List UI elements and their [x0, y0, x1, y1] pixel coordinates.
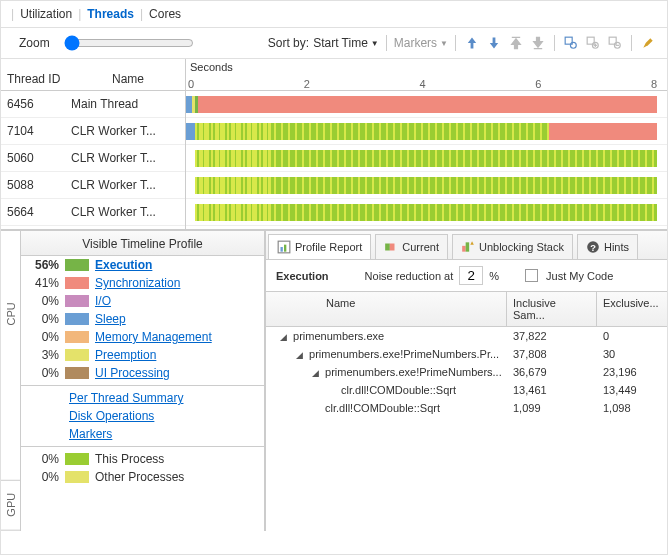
move-bottom-icon[interactable]	[529, 34, 547, 52]
move-up-icon[interactable]	[463, 34, 481, 52]
tab-utilization[interactable]: Utilization	[20, 7, 72, 21]
row-inclusive: 37,822	[507, 330, 597, 342]
grid-row[interactable]: ◢ primenumbers.exe!PrimeNumbers...36,679…	[266, 363, 667, 381]
pct-label: %	[489, 270, 499, 282]
tab-cores[interactable]: Cores	[149, 7, 181, 21]
thread-list-header: Thread ID Name	[1, 59, 185, 91]
divider: |	[78, 7, 81, 21]
thread-row[interactable]: 7104CLR Worker T...	[1, 118, 185, 145]
tab-profile-report[interactable]: Profile Report	[268, 234, 371, 259]
zoom-in-icon[interactable]	[584, 34, 602, 52]
svg-rect-10	[281, 247, 283, 252]
thread-name: CLR Worker T...	[61, 205, 185, 219]
pct: 0%	[27, 470, 59, 484]
lane-row[interactable]	[186, 91, 667, 118]
zoom-slider[interactable]	[64, 35, 194, 51]
profile-sublink[interactable]: Per Thread Summary	[69, 391, 184, 405]
thread-row[interactable]: 6456Main Thread	[1, 91, 185, 118]
sortby-dropdown[interactable]: Start Time ▼	[313, 36, 379, 50]
caret-down-icon: ▼	[371, 39, 379, 48]
profile-panel: CPU GPU Visible Timeline Profile 56%Exec…	[1, 231, 266, 531]
swatch	[65, 331, 89, 343]
header-thread-name: Name	[71, 72, 185, 86]
just-my-code-label: Just My Code	[546, 270, 613, 282]
zoom-label: Zoom	[11, 36, 50, 50]
grid-row[interactable]: ◢ primenumbers.exe!PrimeNumbers.Pr...37,…	[266, 345, 667, 363]
thread-row[interactable]: 5664CLR Worker T...	[1, 199, 185, 226]
tab-unblocking-stack[interactable]: Unblocking Stack	[452, 234, 573, 259]
expander-icon[interactable]: ◢	[276, 332, 290, 342]
row-exclusive: 30	[597, 348, 667, 360]
tab-current[interactable]: Current	[375, 234, 448, 259]
hints-icon: ?	[586, 240, 600, 254]
tick: 4	[419, 78, 425, 90]
divider	[21, 446, 264, 447]
tab-threads[interactable]: Threads	[87, 7, 134, 21]
just-my-code-checkbox[interactable]	[525, 269, 538, 282]
col-name[interactable]: Name	[266, 292, 507, 326]
gpu-row: 0%Other Processes	[21, 468, 264, 486]
tab-label: Hints	[604, 241, 629, 253]
report-icon	[277, 240, 291, 254]
gpu-row: 0%This Process	[21, 450, 264, 468]
profile-link[interactable]: Preemption	[95, 348, 156, 362]
profile-sublink[interactable]: Disk Operations	[69, 409, 154, 423]
highlight-icon[interactable]	[639, 34, 657, 52]
col-inclusive[interactable]: Inclusive Sam...	[507, 292, 597, 326]
profile-link[interactable]: I/O	[95, 294, 111, 308]
move-down-icon[interactable]	[485, 34, 503, 52]
profile-link[interactable]: Sleep	[95, 312, 126, 326]
thread-name: CLR Worker T...	[61, 151, 185, 165]
tick: 6	[535, 78, 541, 90]
zoom-reset-icon[interactable]	[562, 34, 580, 52]
tick: 2	[304, 78, 310, 90]
grid-row[interactable]: ◢ primenumbers.exe37,8220	[266, 327, 667, 345]
divider	[631, 35, 632, 51]
thread-name: CLR Worker T...	[61, 178, 185, 192]
tab-hints[interactable]: ? Hints	[577, 234, 638, 259]
profile-row: 41%Synchronization	[21, 274, 264, 292]
row-inclusive: 37,808	[507, 348, 597, 360]
thread-id: 5060	[1, 151, 61, 165]
swatch	[65, 471, 89, 483]
profile-link-row: Disk Operations	[21, 407, 264, 425]
lane-row[interactable]	[186, 199, 667, 226]
profile-link[interactable]: Execution	[95, 258, 152, 272]
swatch	[65, 313, 89, 325]
profile-link[interactable]: UI Processing	[95, 366, 170, 380]
grid-row[interactable]: clr.dll!COMDouble::Sqrt1,0991,098	[266, 399, 667, 417]
divider: |	[11, 7, 14, 21]
thread-name: CLR Worker T...	[61, 124, 185, 138]
lane-row[interactable]	[186, 172, 667, 199]
timeline-lanes[interactable]: Seconds 02468	[186, 59, 667, 229]
profile-link[interactable]: Synchronization	[95, 276, 180, 290]
profile-row: 0%UI Processing	[21, 364, 264, 382]
markers-dropdown[interactable]: Markers ▼	[394, 36, 448, 50]
profile-link[interactable]: Memory Management	[95, 330, 212, 344]
expander-icon[interactable]: ◢	[308, 368, 322, 378]
pct: 3%	[27, 348, 59, 362]
lane-row[interactable]	[186, 145, 667, 172]
grid-row[interactable]: clr.dll!COMDouble::Sqrt13,46113,449	[266, 381, 667, 399]
row-name: primenumbers.exe	[293, 330, 384, 342]
grid-body: ◢ primenumbers.exe37,8220◢ primenumbers.…	[266, 327, 667, 417]
side-cpu: CPU	[1, 231, 20, 397]
lane-row[interactable]	[186, 118, 667, 145]
expander-icon[interactable]: ◢	[292, 350, 306, 360]
zoom-out-icon[interactable]	[606, 34, 624, 52]
gpu-label: Other Processes	[95, 470, 258, 484]
report-tabs: Profile Report Current Unblocking Stack …	[266, 231, 667, 260]
header-thread-id: Thread ID	[1, 72, 71, 86]
svg-rect-13	[390, 244, 395, 251]
row-inclusive: 13,461	[507, 384, 597, 396]
report-title: Execution	[276, 270, 329, 282]
move-top-icon[interactable]	[507, 34, 525, 52]
profile-sublink[interactable]: Markers	[69, 427, 112, 441]
noise-input[interactable]	[459, 266, 483, 285]
row-name: primenumbers.exe!PrimeNumbers.Pr...	[309, 348, 499, 360]
thread-row[interactable]: 5060CLR Worker T...	[1, 145, 185, 172]
thread-name: Main Thread	[61, 97, 185, 111]
thread-row[interactable]: 5088CLR Worker T...	[1, 172, 185, 199]
tick: 0	[188, 78, 194, 90]
col-exclusive[interactable]: Exclusive...	[597, 292, 667, 326]
